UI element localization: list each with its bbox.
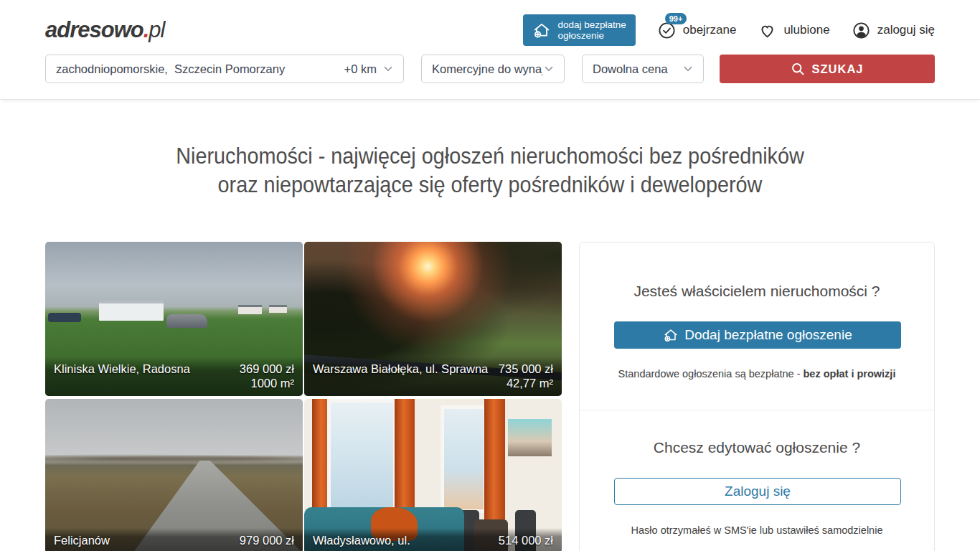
price-select[interactable]: Dowolna cena (582, 55, 704, 83)
sidebar-login-label: Zaloguj się (725, 484, 791, 499)
favorites-label: ulubione (783, 23, 829, 37)
viewed-count-badge: 99+ (665, 13, 687, 24)
add-listing-button[interactable]: dodaj bezpłatne ogłoszenie (523, 14, 635, 46)
listing-price: 369 000 zł (240, 362, 294, 376)
listing-caption: Warszawa Białołęka, ul. Sprawna 735 000 … (304, 357, 562, 396)
listing-price: 979 000 zł (240, 533, 294, 547)
chevron-down-icon (542, 62, 555, 75)
login-label: zaloguj się (877, 23, 935, 37)
house-plus-icon (663, 327, 679, 343)
category-select[interactable]: Komercyjne do wynaję (421, 55, 565, 83)
search-submit-label: SZUKAJ (811, 62, 863, 76)
sidebar-add-listing-label: Dodaj bezpłatne ogłoszenie (684, 327, 852, 343)
viewed-label: obejrzane (683, 23, 737, 37)
listing-caption: Kliniska Wielkie, Radosna 369 000 zł 100… (45, 357, 303, 396)
page-title: Nieruchomości - najwięcej ogłoszeń nieru… (90, 141, 890, 199)
brand-logo[interactable]: adresowo.pl (45, 17, 164, 43)
owner-panel: Jesteś właścicielem nieruchomości ? Doda… (579, 242, 935, 551)
location-input[interactable] (56, 62, 344, 76)
owner-section-note: Standardowe ogłoszenia są bezpłatne - be… (614, 368, 900, 380)
heart-icon (758, 21, 777, 40)
edit-section-title: Chcesz edytować ogłoszenie ? (614, 439, 900, 456)
listing-location: Felicjanów (54, 533, 232, 547)
add-listing-label: dodaj bezpłatne ogłoszenie (557, 19, 626, 41)
listing-area: 1000 m² (240, 376, 294, 390)
listing-caption: Felicjanów 979 000 zł (45, 528, 303, 551)
listing-price: 735 000 zł (499, 362, 553, 376)
search-submit-button[interactable]: SZUKAJ (720, 55, 935, 83)
listing-grid: Kliniska Wielkie, Radosna 369 000 zł 100… (45, 242, 562, 551)
sidebar-add-listing-button[interactable]: Dodaj bezpłatne ogłoszenie (614, 321, 901, 349)
radius-dropdown[interactable]: +0 km (344, 62, 395, 76)
listing-card[interactable]: Warszawa Białołęka, ul. Sprawna 735 000 … (304, 242, 562, 396)
search-icon (791, 62, 806, 77)
brand-logo-bold: adresowo (45, 17, 143, 42)
top-header: adresowo.pl dodaj bezpłatne ogłoszenie (0, 0, 980, 46)
chevron-down-icon (682, 62, 694, 75)
favorites-link[interactable]: ulubione (758, 21, 829, 40)
user-circle-icon (852, 21, 871, 40)
house-plus-icon (532, 21, 551, 39)
listing-card[interactable]: Felicjanów 979 000 zł (45, 399, 303, 551)
edit-section: Chcesz edytować ogłoszenie ? Zaloguj się… (580, 410, 934, 551)
sidebar-login-button[interactable]: Zaloguj się (614, 478, 901, 505)
listing-area: 42,77 m² (499, 376, 553, 390)
listing-card[interactable]: Władysławowo, ul. 514 000 zł (304, 399, 562, 551)
login-link[interactable]: zaloguj się (852, 21, 935, 40)
search-bar: +0 km Komercyjne do wynaję Dowolna cena … (0, 46, 980, 100)
listing-location: Kliniska Wielkie, Radosna (54, 362, 232, 390)
chevron-down-icon (382, 62, 395, 75)
owner-section-title: Jesteś właścicielem nieruchomości ? (614, 283, 900, 300)
listing-location: Warszawa Białołęka, ul. Sprawna (313, 362, 491, 390)
listing-location: Władysławowo, ul. (313, 533, 491, 547)
header-actions: dodaj bezpłatne ogłoszenie 99+ obejrzane (523, 14, 935, 46)
viewed-link[interactable]: 99+ obejrzane (657, 21, 737, 40)
location-field[interactable]: +0 km (45, 55, 404, 83)
price-value: Dowolna cena (593, 62, 668, 76)
listing-caption: Władysławowo, ul. 514 000 zł (304, 528, 562, 551)
owner-section: Jesteś właścicielem nieruchomości ? Doda… (580, 242, 934, 410)
edit-section-note: Hasło otrzymałeś w SMS'ie lub ustawiłeś … (614, 524, 900, 536)
brand-logo-light: pl (149, 17, 164, 42)
radius-value: +0 km (344, 62, 377, 76)
category-value: Komercyjne do wynaję (432, 62, 542, 76)
listing-price: 514 000 zł (499, 533, 553, 547)
listing-card[interactable]: Kliniska Wielkie, Radosna 369 000 zł 100… (45, 242, 303, 396)
